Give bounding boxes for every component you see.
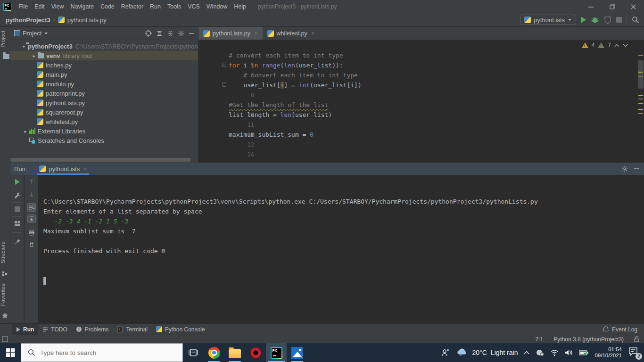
gear-icon[interactable] (621, 165, 628, 172)
restore-icon[interactable] (602, 0, 623, 13)
tool-strip-project[interactable]: Project (0, 31, 10, 48)
tool-strip-favorites[interactable]: Favorites (0, 284, 10, 306)
battery-icon[interactable] (579, 350, 588, 356)
code-line[interactable]: 7 # convert each item to int type (198, 70, 644, 80)
tree-item-external-libraries[interactable]: ▸ External Libraries (10, 126, 198, 136)
structure-icon[interactable] (2, 271, 8, 277)
project-panel-title[interactable]: Project (23, 30, 41, 37)
close-icon[interactable]: × (83, 165, 87, 173)
up-stack-trace-icon[interactable]: ↑ (27, 178, 36, 186)
search-icon[interactable] (632, 16, 639, 24)
chrome-app[interactable] (204, 343, 224, 362)
caret-position[interactable]: 7:1 (536, 336, 544, 343)
code-editor[interactable]: 4 5 # convert each item to int type 6– f… (198, 40, 644, 163)
toolwindow-event-log[interactable]: Event Log (603, 326, 637, 333)
horizontal-scrollbar[interactable] (10, 158, 191, 162)
menu-edit[interactable]: Edit (31, 3, 48, 10)
code-line[interactable]: 8 user_list[i] = int(user_list[i]) (198, 80, 644, 90)
prev-warning-icon[interactable] (614, 44, 619, 47)
debug-bug-icon[interactable] (591, 16, 599, 24)
scrollbar-thumb[interactable] (638, 60, 644, 89)
close-icon[interactable]: × (311, 30, 315, 37)
menu-tools[interactable]: Tools (164, 3, 184, 10)
tree-file-item[interactable]: modulo.py (10, 79, 198, 89)
hide-panel-icon[interactable] (634, 166, 639, 172)
fold-open-icon[interactable]: – (222, 63, 226, 67)
stop-button[interactable] (616, 17, 622, 23)
code-line[interactable]: 9 (198, 90, 644, 100)
fold-marker-icon[interactable] (222, 82, 226, 87)
tool-window-toggle-icon[interactable] (2, 336, 8, 342)
error-stripe-scrollbar[interactable] (637, 40, 644, 163)
taskbar-clock[interactable]: 01:54 09/10/2021 (594, 346, 622, 359)
tree-file-item[interactable]: squareroot.py (10, 107, 198, 117)
people-icon[interactable] (441, 348, 450, 357)
code-line[interactable]: 13 maximum_subList_sum = 0 (198, 130, 644, 140)
chevron-expanded-icon[interactable]: ▾ (23, 44, 25, 49)
audio-device-icon[interactable] (536, 349, 544, 356)
expand-all-icon[interactable] (156, 30, 163, 37)
search-input[interactable] (40, 349, 158, 356)
hide-panel-icon[interactable] (189, 31, 194, 36)
taskbar-search[interactable] (21, 343, 183, 362)
toolwindow-problems[interactable]: Problems (72, 324, 113, 335)
wrench-icon[interactable] (13, 191, 22, 199)
menu-navigate[interactable]: Navigate (67, 3, 97, 10)
locate-file-icon[interactable] (145, 30, 152, 37)
star-icon[interactable] (1, 312, 8, 319)
next-warning-icon[interactable] (623, 44, 628, 47)
tree-file-item[interactable]: pythonLists.py (10, 98, 198, 107)
tree-file-item[interactable]: inches.py (10, 60, 198, 70)
action-center-button[interactable]: 2 (628, 346, 640, 359)
menu-view[interactable]: View (48, 3, 67, 10)
menu-help[interactable]: Help (231, 3, 249, 10)
pycharm-app-active[interactable]: PC (266, 343, 287, 362)
chevron-collapsed-icon[interactable]: ▸ (31, 53, 37, 58)
code-line[interactable]: 11 list_length = len(user_list) (198, 110, 644, 120)
code-line[interactable]: 14 (198, 140, 644, 149)
run-console-output[interactable]: C:\Users\STARBOY\PycharmProjects\pythonP… (43, 177, 642, 304)
code-line[interactable]: 5 # convert each item to int type (198, 50, 644, 60)
file-explorer-app[interactable] (224, 343, 245, 362)
code-line[interactable]: 12 (198, 120, 644, 130)
menu-code[interactable]: Code (97, 3, 118, 10)
photos-app[interactable] (287, 343, 307, 362)
toolwindow-python-console[interactable]: Python Console (152, 324, 209, 335)
menu-vcs[interactable]: VCS (184, 3, 203, 10)
menu-file[interactable]: File (15, 3, 31, 10)
run-configuration-select[interactable]: pythonLists (520, 15, 576, 25)
menu-refactor[interactable]: Refactor (118, 3, 147, 10)
tab-whiletest[interactable]: whiletest.py × (263, 27, 320, 40)
tree-file-item[interactable]: main.py (10, 70, 198, 79)
menu-window[interactable]: Window (203, 3, 231, 10)
code-line[interactable]: 4 (198, 41, 644, 50)
hidden-icons-chevron[interactable] (524, 351, 529, 354)
run-tab[interactable]: pythonLists × (37, 163, 89, 175)
tree-root-project[interactable]: ▾ pythonProject3 C:\Users\STARBOY\Pychar… (10, 41, 198, 51)
tool-strip-structure[interactable]: Structure (0, 241, 10, 263)
rerun-button[interactable] (13, 178, 22, 186)
breadcrumb-project[interactable]: pythonProject3 (6, 16, 50, 24)
tree-file-item[interactable]: whiletest.py (10, 117, 198, 126)
toolwindow-terminal[interactable]: ›_ Terminal (113, 324, 151, 335)
chevron-down-icon[interactable] (44, 32, 48, 35)
gear-icon[interactable] (178, 30, 184, 37)
code-line[interactable]: 6– for i in range(len(user_list)): (198, 60, 644, 70)
weak-warning-count[interactable]: 7 (608, 42, 611, 49)
tree-item-scratches[interactable]: Scratches and Consoles (10, 136, 198, 145)
chevron-collapsed-icon[interactable]: ▸ (23, 129, 28, 134)
scroll-to-end-icon[interactable] (27, 214, 36, 223)
task-view-button[interactable] (183, 343, 204, 362)
warning-count[interactable]: 4 (592, 42, 595, 49)
pin-icon[interactable] (13, 237, 22, 246)
tree-file-item[interactable]: patternprint.py (10, 89, 198, 98)
soft-wrap-icon[interactable] (27, 203, 36, 212)
speaker-icon[interactable] (565, 349, 573, 356)
down-stack-trace-icon[interactable]: ↓ (27, 190, 36, 198)
tree-item-venv[interactable]: ▸ venv library root (10, 51, 198, 60)
project-folder-icon[interactable] (2, 54, 11, 59)
stop-button[interactable] (13, 205, 22, 214)
breadcrumb-file[interactable]: pythonLists.py (67, 16, 107, 24)
unlocked-padlock-icon[interactable] (634, 336, 639, 342)
interpreter-label[interactable]: Python 3.8 (pythonProject3) (553, 336, 624, 343)
